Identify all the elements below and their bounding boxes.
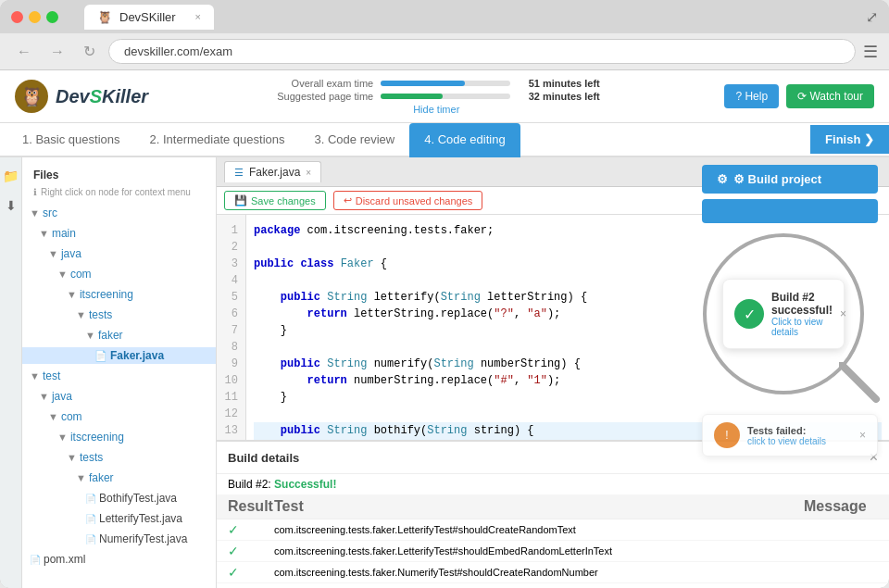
fail-subtitle[interactable]: click to view details (747, 436, 826, 446)
magnifier-content: ✓ Build #2 successful! Click to view det… (711, 242, 856, 386)
svg-line-1 (839, 362, 876, 399)
build-row-0: ✓ com.itscreening.tests.faker.LetterifyT… (217, 519, 889, 541)
test-name-0: com.itscreening.tests.faker.LetterifyTes… (274, 524, 878, 535)
overall-label: Overall exam time (262, 78, 373, 89)
reload-button[interactable]: ↻ (78, 41, 101, 62)
tree-item-com1[interactable]: ▼com (22, 264, 216, 284)
result-icon-0: ✓ (228, 522, 274, 537)
nav-tabs: 1. Basic questions 2. Intermediate quest… (0, 123, 889, 157)
overall-value: 51 minutes left (518, 78, 610, 89)
suggested-label: Suggested page time (262, 91, 373, 102)
failed-notification[interactable]: ! Tests failed: click to view details × (702, 414, 878, 457)
success-subtitle[interactable]: Click to view details (771, 317, 833, 337)
file-tab-close[interactable]: × (306, 168, 311, 178)
header-buttons: ? Help ⟳ Watch tour (724, 84, 874, 108)
line-numbers: 1 2 3 4 5 6 7 8 9 10 11 12 13 14 (217, 215, 246, 440)
file-tab-icon: ☰ (234, 167, 244, 179)
tree-item-java2[interactable]: ▼java (22, 386, 216, 407)
tree-item-faker2[interactable]: ▼faker (22, 468, 216, 488)
build-project-button[interactable]: ⚙ ⚙ Build project (702, 165, 878, 194)
tree-item-com2[interactable]: ▼com (22, 407, 216, 427)
build-icon: ⚙ (717, 172, 728, 186)
tab-title: DevSKiller (119, 10, 176, 24)
overall-fill (381, 81, 465, 86)
info-icon: ℹ (33, 187, 37, 197)
tab-intermediate-questions[interactable]: 2. Intermediate questions (135, 123, 300, 157)
save-icon: 💾 (234, 194, 247, 206)
col-msg-header: Message (804, 498, 878, 515)
watch-tour-button[interactable]: ⟳ Watch tour (786, 84, 874, 108)
browser-tab[interactable]: 🦉 DevSKiller × (84, 5, 214, 30)
fail-icon: ! (714, 422, 740, 448)
forward-button[interactable]: → (44, 42, 70, 62)
col-result-header: Result (228, 498, 274, 515)
tab-code-review[interactable]: 3. Code review (300, 123, 410, 157)
fail-title: Tests failed: (747, 425, 826, 436)
build-row-2: ✓ com.itscreening.tests.faker.NumerifyTe… (217, 562, 889, 583)
tree-item-tests1[interactable]: ▼tests (22, 305, 216, 325)
logo-text: DevSKiller (56, 86, 148, 107)
back-button[interactable]: ← (11, 42, 37, 62)
tree-item-src[interactable]: ▼src (22, 203, 216, 223)
tree-item-numerifytest[interactable]: 📄NumerifyTest.java (22, 529, 216, 549)
overall-bar (381, 81, 510, 86)
tab-basic-questions[interactable]: 1. Basic questions (7, 123, 135, 157)
build-panel: Build details × Build #2: Successful! Re… (217, 440, 889, 588)
files-icon[interactable]: 📁 (0, 165, 22, 187)
tab-favicon: 🦉 (97, 10, 112, 24)
build-status: Successful! (274, 478, 336, 491)
menu-icon[interactable]: ☰ (863, 42, 878, 62)
browser-titlebar: 🦉 DevSKiller × ⤢ (0, 0, 889, 33)
suggested-value: 32 minutes left (518, 91, 610, 102)
sidebar-hint: ℹ Right click on node for context menu (22, 185, 216, 203)
tree-item-faker1[interactable]: ▼faker (22, 325, 216, 345)
maximize-dot[interactable] (46, 11, 58, 23)
hide-timer-btn[interactable]: Hide timer (262, 104, 610, 115)
sidebar-title: Files (22, 165, 216, 185)
secondary-build-button[interactable] (702, 199, 878, 223)
tab-close-btn[interactable]: × (195, 11, 201, 22)
result-icon-1: ✓ (228, 544, 274, 558)
fail-text: Tests failed: click to view details (747, 425, 826, 446)
help-button[interactable]: ? Help (724, 84, 779, 108)
tree-item-itscreening1[interactable]: ▼itscreening (22, 284, 216, 305)
tree-item-pom[interactable]: 📄pom.xml (22, 549, 216, 569)
main-area: 📁 ⬇ Files ℹ Right click on node for cont… (0, 157, 889, 588)
success-title: Build #2 successful! (771, 291, 833, 317)
success-notification[interactable]: ✓ Build #2 successful! Click to view det… (722, 279, 845, 349)
close-dot[interactable] (11, 11, 23, 23)
build-subtitle: Build #2: Successful! (217, 474, 889, 494)
tree-item-faker-java[interactable]: 📄Faker.java (22, 345, 216, 366)
tree-item-java1[interactable]: ▼java (22, 244, 216, 264)
browser-toolbar: ← → ↻ ☰ (0, 33, 889, 70)
success-text: Build #2 successful! Click to view detai… (771, 291, 833, 337)
url-bar[interactable] (108, 39, 856, 64)
tree-item-main[interactable]: ▼main (22, 223, 216, 244)
success-check-icon: ✓ (734, 299, 764, 329)
minimize-dot[interactable] (29, 11, 41, 23)
app-header: 🦉 DevSKiller Overall exam time 51 minute… (0, 70, 889, 123)
logo-owl: 🦉 (15, 80, 48, 113)
expand-icon[interactable]: ⤢ (866, 8, 878, 26)
build-table-header: Result Test Message (217, 494, 889, 519)
build-panel-title: Build details (228, 451, 299, 465)
app-content: 🦉 DevSKiller Overall exam time 51 minute… (0, 70, 889, 588)
file-tree-sidebar: Files ℹ Right click on node for context … (22, 157, 217, 588)
file-tab-faker[interactable]: ☰ Faker.java × (224, 161, 321, 182)
test-name-2: com.itscreening.tests.faker.NumerifyTest… (274, 567, 878, 578)
download-icon[interactable]: ⬇ (2, 194, 20, 217)
fail-close[interactable]: × (859, 429, 866, 442)
success-close[interactable]: × (840, 307, 846, 320)
tree-item-itscreening2[interactable]: ▼itscreening (22, 427, 216, 447)
suggested-fill (381, 94, 443, 99)
tree-item-letterifytest[interactable]: 📄LetterifyTest.java (22, 508, 216, 529)
tab-code-editing[interactable]: 4. Code editing (409, 123, 520, 157)
tree-item-tests2[interactable]: ▼tests (22, 447, 216, 468)
left-icons: 📁 ⬇ (0, 157, 22, 588)
suggested-bar (381, 94, 510, 99)
save-changes-button[interactable]: 💾 Save changes (224, 191, 326, 210)
finish-button[interactable]: Finish ❯ (810, 125, 889, 154)
tree-item-bothifytest[interactable]: 📄BothifyTest.java (22, 488, 216, 508)
discard-changes-button[interactable]: ↩ Discard unsaved changes (333, 191, 483, 210)
tree-item-test[interactable]: ▼test (22, 366, 216, 386)
